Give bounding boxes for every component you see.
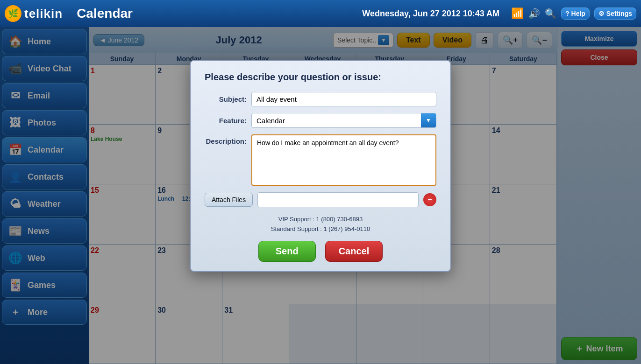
main-layout: 🏠 Home 📹 Video Chat ✉ Email 🖼 Photos 📅 C…: [0, 27, 641, 364]
subject-label: Subject:: [205, 95, 247, 103]
help-button[interactable]: ? Help: [561, 7, 590, 20]
datetime: Wednesday, Jun 27 2012 10:43 AM: [362, 9, 499, 19]
modal-title: Please describe your question or issue:: [205, 72, 436, 83]
support-modal: Please describe your question or issue: …: [190, 60, 451, 272]
subject-input[interactable]: [251, 92, 436, 106]
app-title: Calendar: [77, 6, 357, 21]
attach-row: Attach Files −: [205, 192, 436, 207]
description-label: Description:: [205, 137, 247, 145]
logo-icon: 🌿: [5, 5, 21, 22]
feature-select-text: Calendar: [252, 114, 421, 127]
feature-select[interactable]: Calendar ▼: [251, 113, 436, 128]
modal-actions: Send Cancel: [205, 241, 436, 262]
description-row: Description: How do I make an appointmen…: [205, 134, 436, 186]
wifi-icon: 📶: [511, 7, 524, 20]
settings-button[interactable]: ⚙ Settings: [594, 7, 636, 20]
logo: 🌿 telikin: [5, 5, 63, 22]
feature-label: Feature:: [205, 117, 247, 125]
logo-text: telikin: [24, 7, 63, 21]
feature-row: Feature: Calendar ▼: [205, 113, 436, 128]
support-info: VIP Support : 1 (800) 730-6893 Standard …: [205, 215, 436, 234]
feature-select-arrow-icon: ▼: [421, 113, 436, 127]
vip-support-text: VIP Support : 1 (800) 730-6893: [205, 215, 436, 224]
speaker-icon: 🔊: [528, 8, 540, 19]
attach-files-button[interactable]: Attach Files: [205, 193, 253, 207]
description-textarea[interactable]: How do I make an appointment an all day …: [251, 134, 436, 186]
cancel-button[interactable]: Cancel: [325, 241, 383, 262]
send-button[interactable]: Send: [258, 241, 316, 262]
standard-support-text: Standard Support : 1 (267) 954-0110: [205, 224, 436, 234]
topbar: 🌿 telikin Calendar Wednesday, Jun 27 201…: [0, 0, 641, 27]
attach-input-field[interactable]: [257, 192, 419, 207]
magnifier-icon: 🔍: [545, 8, 556, 19]
modal-overlay: Please describe your question or issue: …: [0, 27, 641, 364]
remove-attach-button[interactable]: −: [423, 193, 436, 206]
subject-row: Subject:: [205, 92, 436, 106]
